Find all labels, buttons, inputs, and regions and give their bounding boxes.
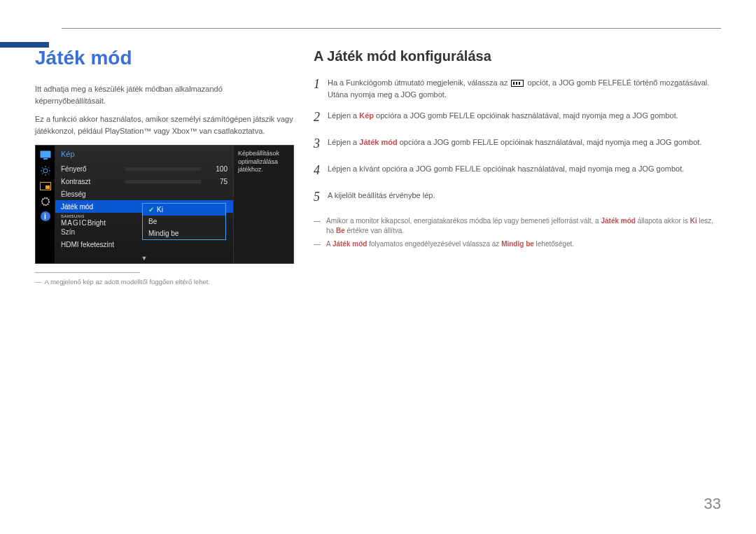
brightness-bar bbox=[125, 167, 201, 171]
osd-magicbright-label: SAMSUNGMAGICBright bbox=[61, 211, 125, 227]
svg-point-14 bbox=[44, 201, 46, 203]
brightness-value: 100 bbox=[208, 165, 227, 173]
step-num-3: 3 bbox=[314, 134, 328, 153]
header-rule bbox=[62, 28, 721, 29]
header-accent-bar bbox=[0, 42, 49, 48]
step-2: 2 Lépjen a Kép opcióra a JOG gomb FEL/LE… bbox=[314, 110, 721, 127]
contrast-bar bbox=[125, 180, 201, 183]
osd-row-brightness: Fényerő 100 bbox=[55, 162, 233, 175]
osd-sharpness-label: Élesség bbox=[61, 190, 125, 198]
step-text-1: Ha a Funkciógomb útmutató megjelenik, vá… bbox=[328, 77, 721, 100]
page-title: Játék mód bbox=[35, 47, 294, 69]
notes-block: ― Amikor a monitor kikapcsol, energiatak… bbox=[314, 216, 721, 249]
step-text-5: A kijelölt beállítás érvénybe lép. bbox=[328, 190, 721, 202]
osd-color-label: Szín bbox=[61, 228, 125, 236]
step-num-2: 2 bbox=[314, 108, 328, 127]
osd-footnote: ―A megjelenő kép az adott modelltől függ… bbox=[35, 277, 294, 286]
svg-line-9 bbox=[42, 174, 43, 175]
contrast-value: 75 bbox=[208, 178, 227, 185]
osd-option-ki: ✓Ki bbox=[143, 204, 225, 216]
osd-row-sharpness: Élesség bbox=[55, 188, 233, 200]
step-num-4: 4 bbox=[314, 161, 328, 180]
svg-rect-12 bbox=[46, 185, 50, 189]
osd-main: Kép Fényerő 100 Kontraszt 75 Élesség Ját… bbox=[55, 146, 233, 263]
step-num-1: 1 bbox=[314, 75, 328, 94]
osd-row-contrast: Kontraszt 75 bbox=[55, 175, 233, 188]
menu-icon bbox=[511, 80, 524, 87]
svg-line-7 bbox=[42, 167, 43, 169]
svg-line-8 bbox=[48, 174, 49, 175]
osd-sidebar: i bbox=[36, 146, 55, 263]
osd-description: Képbeállítások optimalizálása játékhoz. bbox=[233, 146, 293, 263]
step-text-3: Lépjen a Játék mód opcióra a JOG gomb FE… bbox=[328, 136, 721, 148]
step-text-4: Lépjen a kívánt opcióra a JOG gomb FEL/L… bbox=[328, 163, 721, 175]
gear-icon bbox=[40, 196, 51, 207]
osd-option-popup: ✓Ki Be Mindig be bbox=[142, 203, 226, 240]
svg-line-10 bbox=[48, 167, 49, 169]
monitor-icon bbox=[40, 150, 51, 161]
osd-brightness-label: Fényerő bbox=[61, 165, 125, 173]
note-1: ― Amikor a monitor kikapcsol, energiatak… bbox=[314, 216, 721, 236]
brightness-icon bbox=[40, 165, 51, 176]
osd-game-mode-label: Játék mód bbox=[61, 203, 125, 211]
section-title: A Játék mód konfigurálása bbox=[314, 48, 721, 64]
footnote-rule bbox=[35, 272, 140, 273]
step-1: 1 Ha a Funkciógomb útmutató megjelenik, … bbox=[314, 77, 721, 100]
info-icon: i bbox=[41, 211, 50, 221]
svg-rect-1 bbox=[43, 158, 48, 160]
step-list: 1 Ha a Funkciógomb útmutató megjelenik, … bbox=[314, 77, 721, 206]
osd-contrast-label: Kontraszt bbox=[61, 178, 125, 185]
check-icon: ✓ bbox=[148, 206, 154, 213]
page-number: 33 bbox=[704, 495, 721, 513]
step-num-5: 5 bbox=[314, 188, 328, 206]
svg-rect-0 bbox=[41, 151, 50, 157]
step-3: 3 Lépjen a Játék mód opcióra a JOG gomb … bbox=[314, 136, 721, 153]
osd-hdmi-black-label: HDMI feketeszint bbox=[61, 241, 125, 248]
pip-icon bbox=[40, 181, 51, 192]
intro-paragraph-2: Ez a funkció akkor használatos, amikor s… bbox=[35, 113, 294, 136]
osd-option-mindig-be: Mindig be bbox=[143, 227, 225, 239]
osd-screenshot: i Kép Fényerő 100 Kontraszt 75 Élesség bbox=[35, 145, 294, 264]
note-2: ― A Játék mód folyamatos engedélyezéséve… bbox=[314, 239, 721, 249]
intro-paragraph-1: Itt adhatja meg a készülék játék módban … bbox=[35, 83, 294, 106]
step-5: 5 A kijelölt beállítás érvénybe lép. bbox=[314, 190, 721, 206]
svg-point-2 bbox=[43, 169, 48, 173]
osd-menu-title: Kép bbox=[55, 148, 233, 162]
step-text-2: Lépjen a Kép opcióra a JOG gomb FEL/LE o… bbox=[328, 110, 721, 122]
step-4: 4 Lépjen a kívánt opcióra a JOG gomb FEL… bbox=[314, 163, 721, 180]
osd-option-be: Be bbox=[143, 216, 225, 227]
chevron-down-icon: ▼ bbox=[141, 255, 148, 262]
